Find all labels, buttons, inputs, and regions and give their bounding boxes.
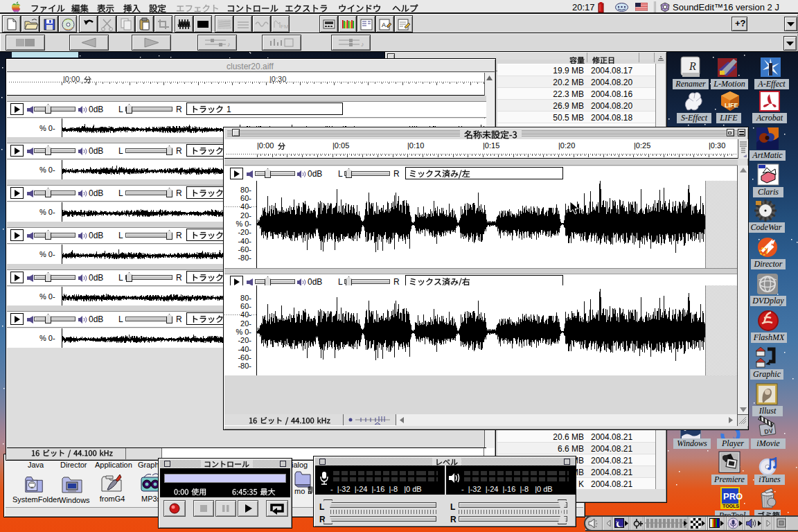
svg-text:TOOLS: TOOLS <box>722 504 739 508</box>
svg-text:R: R <box>689 60 696 72</box>
svg-text:FM: FM <box>281 24 289 30</box>
svg-text:♪: ♪ <box>227 41 231 48</box>
svg-text:PRO: PRO <box>723 491 743 502</box>
svg-text:DV: DV <box>764 427 774 436</box>
svg-text:LIFE: LIFE <box>725 102 738 109</box>
svg-text:♪: ♪ <box>361 41 364 48</box>
svg-text:A: A <box>382 21 386 28</box>
